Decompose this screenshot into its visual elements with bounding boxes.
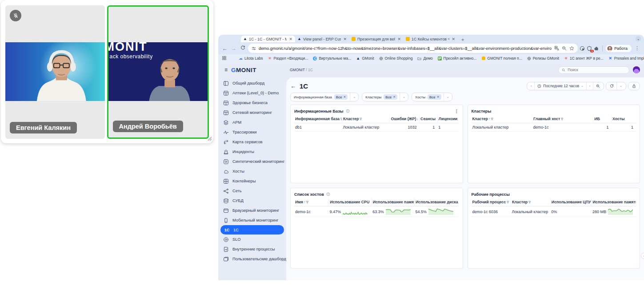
filter-funnel-icon[interactable]: ∇ xyxy=(360,117,362,121)
sidebar-item-4-table[interactable]: Сетевой мониторинг xyxy=(218,108,286,117)
cell-cluster-link[interactable]: Локальный кластер xyxy=(472,123,532,132)
search-input[interactable] xyxy=(568,68,626,72)
sidebar-item-6-trace[interactable]: Трассировки xyxy=(218,127,286,137)
user-avatar[interactable] xyxy=(633,66,640,73)
col-header[interactable]: Рабочий процесс∇ xyxy=(472,198,511,206)
sort-asc-icon[interactable]: ↑ xyxy=(488,117,490,121)
reload-icon[interactable] xyxy=(239,45,246,52)
browser-menu-icon[interactable]: ⋮ xyxy=(633,45,641,51)
table-row[interactable]: Локальный кластер demo-1c 1 1 xyxy=(472,123,636,132)
col-header[interactable]: Ошибки (ЖР)↓ xyxy=(390,115,420,123)
col-header[interactable]: Использование CPU xyxy=(329,198,372,206)
page-back-icon[interactable]: ← xyxy=(290,83,296,89)
cell-host-link[interactable]: demo-1c xyxy=(532,123,593,132)
cell-host-link[interactable]: demo-1c xyxy=(294,206,329,217)
profile-chip[interactable]: Работа xyxy=(606,45,632,52)
apps-grid-icon[interactable] xyxy=(222,56,226,61)
col-header[interactable]: Сеансы xyxy=(420,115,438,123)
time-shift-back-icon[interactable]: ‹ xyxy=(528,85,534,88)
col-header[interactable]: Лицензии xyxy=(437,115,459,123)
cell-cluster-link[interactable]: Локальный кластер xyxy=(342,123,389,132)
browser-tab-3[interactable]: Презентация для вебинара✕ xyxy=(349,36,404,42)
bookmark-star-icon[interactable] xyxy=(569,46,574,51)
extension-icon-badged[interactable]: 1 xyxy=(587,46,592,51)
panel-menu-icon[interactable]: ⋮ xyxy=(455,109,459,113)
table-row[interactable]: demo-1c 6036 Локальный кластер 0% 280 MB xyxy=(472,206,636,217)
time-zoom-out-icon[interactable] xyxy=(593,84,603,88)
sidebar-item-10-cloud[interactable]: Хосты xyxy=(218,166,286,176)
sidebar-item-16-onec[interactable]: 1С1С xyxy=(220,225,284,234)
info-icon[interactable] xyxy=(346,109,350,113)
bookmark-item-1[interactable]: ☁Litota Labs xyxy=(239,56,263,61)
bookmark-item-2[interactable]: ✳Раздел «Входящи... xyxy=(268,56,308,61)
bookmark-item-8[interactable]: GMONIT полная п... xyxy=(481,56,522,61)
col-header[interactable]: ИБ xyxy=(593,115,612,123)
chevron-down-icon[interactable]: ⌄ xyxy=(350,93,358,101)
filter-value-chip[interactable]: Все✕ xyxy=(334,94,348,100)
refresh-icon[interactable] xyxy=(607,84,616,88)
filter-clusters[interactable]: Кластеры Все✕ ⌄ xyxy=(362,93,408,101)
bookmark-item-3[interactable]: CВиртуальные ма... xyxy=(313,56,351,61)
filter-infobase[interactable]: Информационная база Все✕ ⌄ xyxy=(290,93,359,101)
sidebar-item-14-browser[interactable]: Браузерный мониторинг xyxy=(218,206,286,215)
chevron-down-icon[interactable]: ⌄ xyxy=(444,93,452,101)
filter-funnel-icon[interactable]: ∇ xyxy=(507,201,509,204)
col-header[interactable]: Использование ЦПУ xyxy=(550,198,592,206)
col-header[interactable]: Использование диска xyxy=(414,198,459,206)
chevron-down-icon[interactable]: ⌄ xyxy=(400,93,408,101)
filter-funnel-icon[interactable]: ∇ xyxy=(340,117,342,121)
bookmark-item-9[interactable]: Релизы GMonit xyxy=(527,56,559,61)
time-range-picker[interactable]: Последние 12 часов ⌄ xyxy=(535,84,586,88)
extension-icon-media[interactable] xyxy=(580,46,585,51)
refresh-interval-icon[interactable]: ⌄ xyxy=(617,84,625,88)
sidebar-item-7-map[interactable]: Карта сервисов xyxy=(218,137,286,147)
menu-hamburger-icon[interactable]: ≡ xyxy=(224,67,228,73)
tab-close-icon[interactable]: ✕ xyxy=(451,37,456,41)
col-header[interactable]: Кластер∇ xyxy=(342,115,389,123)
info-icon[interactable] xyxy=(326,192,330,196)
table-row[interactable]: demo-1c 9.47% 63.3% 54.5% xyxy=(294,206,459,217)
forward-icon[interactable]: → xyxy=(230,45,237,52)
time-shift-forward-icon[interactable]: › xyxy=(587,85,593,88)
bookmark-item-4[interactable]: ▲GMonit xyxy=(356,56,374,61)
filter-funnel-icon[interactable]: ∇ xyxy=(528,201,531,204)
sort-asc-icon[interactable]: ↑ xyxy=(304,200,305,204)
filter-funnel-icon[interactable]: ∇ xyxy=(491,117,493,121)
app-search-field[interactable] xyxy=(558,66,629,74)
filter-value-chip[interactable]: Все✕ xyxy=(428,94,441,100)
extensions-puzzle-icon[interactable] xyxy=(594,46,599,51)
sidebar-item-13-database[interactable]: СУБД xyxy=(218,196,286,206)
sidebar-item-18-process[interactable]: Внутренние процессы xyxy=(218,244,286,254)
resize-handle-icon[interactable] xyxy=(207,134,212,142)
filter-value-chip[interactable]: Все✕ xyxy=(384,94,397,100)
filter-funnel-icon[interactable]: ∇ xyxy=(306,201,308,204)
url-bar[interactable]: demo.gmonit.ru/a/gmonit/one-c?from=now-1… xyxy=(248,44,578,53)
tab-close-icon[interactable]: ✕ xyxy=(343,37,347,41)
bookmark-item-11[interactable]: ✕Presales and Impl... xyxy=(608,56,644,61)
bookmark-item-7[interactable]: Пресейл активно... xyxy=(438,56,477,61)
col-header[interactable]: Использование памяти↓ xyxy=(592,198,636,206)
participant-tile-2[interactable]: MONIT ack observability Андрей Воробьёв xyxy=(107,5,209,139)
back-icon[interactable]: ← xyxy=(221,45,228,52)
col-header[interactable]: Имя↑∇ xyxy=(294,198,329,206)
col-header[interactable]: Кластер↑∇ xyxy=(472,115,532,123)
url-text[interactable]: demo.gmonit.ru/a/gmonit/one-c?from=now-1… xyxy=(259,46,552,51)
new-tab-button[interactable]: + xyxy=(458,37,468,42)
table-row[interactable]: db1 Локальный кластер 1032 1 1 xyxy=(294,123,459,132)
col-header[interactable]: Информационная база∇ xyxy=(294,115,342,123)
tab-close-icon[interactable]: ✕ xyxy=(288,37,293,41)
filter-funnel-icon[interactable]: ∇ xyxy=(561,117,563,121)
tab-close-icon[interactable]: ✕ xyxy=(397,37,401,41)
sidebar-item-17-slo[interactable]: SLO xyxy=(218,234,286,244)
sidebar-item-1-dashboard[interactable]: Общий дашборд xyxy=(218,78,286,88)
sidebar-item-2-table[interactable]: Аптеки (Level_0) - Demo xyxy=(218,88,286,98)
sidebar-collapse-icon[interactable]: ‹ xyxy=(641,253,644,259)
sidebar-item-5-layers[interactable]: APM xyxy=(218,117,286,127)
sidebar-item-9-synthetic[interactable]: Синтетический мониторинг xyxy=(218,157,286,166)
chip-close-icon[interactable]: ✕ xyxy=(393,95,396,99)
sidebar-item-12-network[interactable]: Сеть xyxy=(218,186,286,196)
chip-close-icon[interactable]: ✕ xyxy=(437,95,440,99)
sort-desc-icon[interactable]: ↓ xyxy=(416,117,418,121)
share-icon[interactable] xyxy=(629,84,639,88)
gmonit-logo[interactable]: GMONIT xyxy=(231,67,256,73)
